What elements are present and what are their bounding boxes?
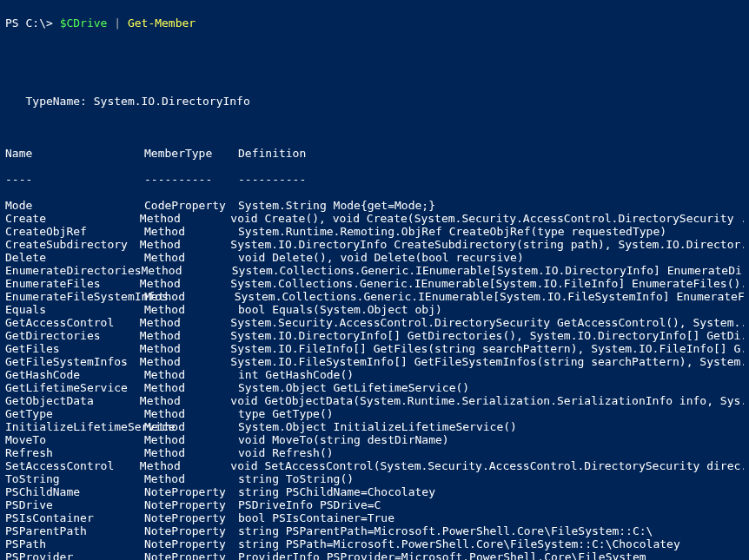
member-definition: PSDriveInfo PSDrive=C [238, 498, 381, 511]
member-type: Method [144, 472, 238, 485]
member-row: CreateMethodvoid Create(), void Create(S… [5, 212, 744, 225]
member-row: InitializeLifetimeServiceMethodSystem.Ob… [5, 420, 744, 433]
member-definition: System.Collections.Generic.IEnumerable[S… [230, 277, 744, 290]
member-name: SetAccessControl [5, 459, 140, 472]
member-definition: bool Equals(System.Object obj) [238, 303, 442, 316]
member-name: InitializeLifetimeService [5, 420, 144, 433]
prompt-variable: $CDrive [60, 16, 108, 30]
member-definition: System.String Mode{get=Mode;} [238, 199, 435, 212]
member-name: Create [5, 212, 140, 225]
header-underline: ------------------------ [5, 173, 744, 186]
member-definition: System.Runtime.Remoting.ObjRef CreateObj… [238, 225, 666, 238]
header-name: Name [5, 147, 144, 160]
member-name: GetType [5, 407, 144, 420]
header-row: NameMemberTypeDefinition [5, 147, 744, 160]
member-definition: int GetHashCode() [238, 368, 354, 381]
member-name: GetFiles [5, 342, 140, 355]
member-row: SetAccessControlMethodvoid SetAccessCont… [5, 459, 744, 472]
member-definition: void Create(), void Create(System.Securi… [230, 212, 744, 225]
prompt-pipe: | [107, 16, 127, 30]
typename-line: TypeName: System.IO.DirectoryInfo [5, 95, 744, 108]
member-definition: string ToString() [238, 472, 354, 485]
member-type: Method [144, 433, 238, 446]
header-membertype: MemberType [144, 147, 238, 160]
member-definition: System.Collections.Generic.IEnumerable[S… [235, 290, 744, 303]
member-name: PSChildName [5, 485, 144, 498]
member-definition: ProviderInfo PSProvider=Microsoft.PowerS… [238, 550, 646, 560]
member-type: Method [144, 251, 238, 264]
member-type: NoteProperty [144, 550, 238, 560]
member-type: Method [140, 394, 231, 407]
member-row: PSDriveNotePropertyPSDriveInfo PSDrive=C [5, 498, 744, 511]
member-name: GetAccessControl [5, 316, 140, 329]
member-type: Method [144, 290, 235, 303]
member-name: CreateSubdirectory [5, 238, 140, 251]
member-row: GetFileSystemInfosMethodSystem.IO.FileSy… [5, 355, 744, 368]
member-definition: System.IO.DirectoryInfo[] GetDirectories… [230, 329, 744, 342]
blank-line [5, 43, 744, 56]
member-name: PSDrive [5, 498, 144, 511]
member-definition: void Delete(), void Delete(bool recursiv… [238, 251, 524, 264]
member-definition: System.Object InitializeLifetimeService(… [238, 420, 517, 433]
member-name: Equals [5, 303, 144, 316]
member-definition: System.IO.DirectoryInfo CreateSubdirecto… [230, 238, 744, 251]
member-type: CodeProperty [144, 199, 238, 212]
member-name: GetFileSystemInfos [5, 355, 140, 368]
blank-line [5, 69, 744, 82]
member-row: CreateObjRefMethodSystem.Runtime.Remotin… [5, 225, 744, 238]
member-row: EqualsMethodbool Equals(System.Object ob… [5, 303, 744, 316]
member-row: CreateSubdirectoryMethodSystem.IO.Direct… [5, 238, 744, 251]
member-type: NoteProperty [144, 537, 238, 550]
member-row: GetDirectoriesMethodSystem.IO.DirectoryI… [5, 329, 744, 342]
member-row: PSIsContainerNotePropertybool PSIsContai… [5, 511, 744, 524]
member-row: GetFilesMethodSystem.IO.FileInfo[] GetFi… [5, 342, 744, 355]
member-type: Method [140, 212, 231, 225]
member-row: EnumerateDirectoriesMethodSystem.Collect… [5, 264, 744, 277]
member-name: Refresh [5, 446, 144, 459]
member-row: MoveToMethodvoid MoveTo(string destDirNa… [5, 433, 744, 446]
member-name: EnumerateDirectories [5, 264, 142, 277]
member-definition: System.Security.AccessControl.DirectoryS… [230, 316, 744, 329]
member-name: PSPath [5, 537, 144, 550]
member-row: ToStringMethodstring ToString() [5, 472, 744, 485]
member-name: PSProvider [5, 550, 144, 560]
member-type: Method [140, 316, 231, 329]
member-definition: type GetType() [238, 407, 334, 420]
member-row: PSProviderNotePropertyProviderInfo PSPro… [5, 550, 744, 560]
member-name: PSParentPath [5, 524, 144, 537]
member-type: Method [144, 420, 238, 433]
member-type: Method [140, 238, 231, 251]
powershell-terminal[interactable]: PS C:\> $CDrive | Get-Member TypeName: S… [0, 0, 749, 560]
member-type: NoteProperty [144, 524, 238, 537]
member-row: GetObjectDataMethodvoid GetObjectData(Sy… [5, 394, 744, 407]
member-type: Method [144, 446, 238, 459]
member-definition: void MoveTo(string destDirName) [238, 433, 449, 446]
member-type: Method [144, 407, 238, 420]
member-row: GetAccessControlMethodSystem.Security.Ac… [5, 316, 744, 329]
member-row: PSPathNotePropertystring PSPath=Microsof… [5, 537, 744, 550]
member-row: GetHashCodeMethodint GetHashCode() [5, 368, 744, 381]
member-name: GetDirectories [5, 329, 140, 342]
member-definition: string PSChildName=Chocolatey [238, 485, 435, 498]
member-type: Method [142, 264, 232, 277]
member-row: ModeCodePropertySystem.String Mode{get=M… [5, 199, 744, 212]
member-type: Method [140, 459, 231, 472]
member-type: Method [140, 329, 231, 342]
prompt-cmdlet: Get-Member [128, 16, 196, 30]
header-definition: Definition [238, 147, 306, 160]
member-type: NoteProperty [144, 498, 238, 511]
member-name: GetHashCode [5, 368, 144, 381]
member-type: Method [140, 355, 231, 368]
member-list: ModeCodePropertySystem.String Mode{get=M… [5, 199, 744, 560]
member-name: EnumerateFiles [5, 277, 140, 290]
member-row: GetLifetimeServiceMethodSystem.Object Ge… [5, 381, 744, 394]
member-definition: System.Collections.Generic.IEnumerable[S… [232, 264, 744, 277]
member-definition: System.IO.FileInfo[] GetFiles(string sea… [230, 342, 744, 355]
member-type: Method [144, 303, 238, 316]
member-type: Method [140, 342, 231, 355]
member-name: GetLifetimeService [5, 381, 144, 394]
member-definition: void Refresh() [238, 446, 334, 459]
member-definition: string PSPath=Microsoft.PowerShell.Core\… [238, 537, 680, 550]
member-row: EnumerateFileSystemInfosMethodSystem.Col… [5, 290, 744, 303]
prompt-prefix: PS C:\> [5, 16, 60, 30]
